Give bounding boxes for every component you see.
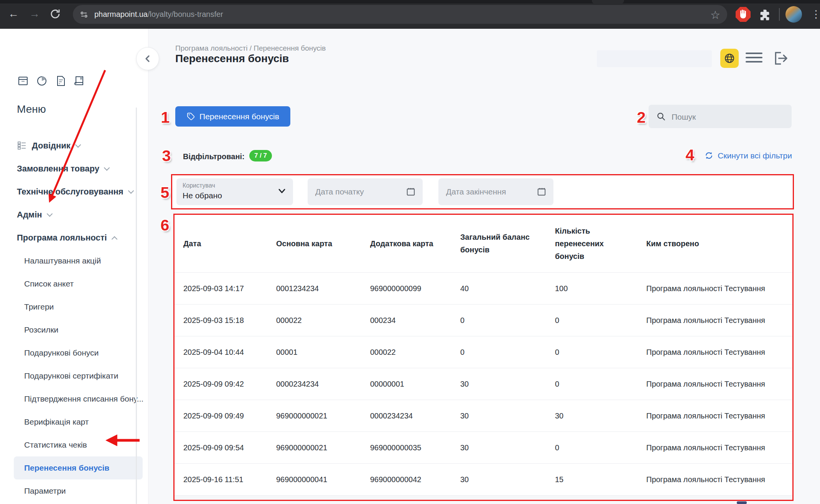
pie-chart-icon[interactable] <box>36 75 48 87</box>
filtered-label: Відфільтровані: <box>183 152 245 161</box>
sidebar-submenu-item[interactable]: Верифікація карт <box>0 410 148 433</box>
table-row[interactable]: 2025-09-16 11:51 969000000041 9690000000… <box>174 463 793 495</box>
calendar-icon <box>537 187 547 197</box>
cell-created-by: Програма лояльності Тестування <box>646 348 793 357</box>
sidebar: Меню Довідник Замовлення товару Технічне… <box>0 29 148 504</box>
cell-date: 2025-09-09 09:49 <box>183 412 276 420</box>
search-icon <box>656 112 666 122</box>
sidebar-submenu-item[interactable]: Подарункові бонуси <box>0 341 148 364</box>
sidebar-submenu-item[interactable]: Налаштування акцій <box>0 249 148 272</box>
sidebar-scrollbar[interactable] <box>136 107 137 504</box>
table-body: 2025-09-03 14:17 0001234234 969000000099… <box>174 272 793 495</box>
reset-filters-label: Скинути всі фільтри <box>718 151 792 160</box>
logout-icon[interactable] <box>772 49 789 67</box>
sidebar-item-dovidnyk[interactable]: Довідник <box>0 134 148 157</box>
profile-avatar[interactable] <box>785 6 802 23</box>
cell-date: 2025-09-03 14:17 <box>183 284 276 293</box>
table-row[interactable]: 2025-09-09 09:54 969000000021 9690000000… <box>174 432 793 463</box>
cell-extra-card: 969000000099 <box>370 284 460 293</box>
sidebar-submenu-item[interactable]: Перенесення бонусів <box>14 456 143 479</box>
cell-created-by: Програма лояльності Тестування <box>646 316 793 325</box>
cell-extra-card: 0000234234 <box>370 412 460 420</box>
archive-box-icon[interactable] <box>17 75 29 87</box>
language-button[interactable] <box>720 49 739 68</box>
tab-strip <box>0 0 820 3</box>
url-host: pharmapoint.ua <box>94 10 148 18</box>
document-icon[interactable] <box>54 75 67 87</box>
cell-extra-card: 969000000042 <box>370 475 460 484</box>
cell-main-card: 0000234234 <box>276 380 370 389</box>
url-text[interactable]: pharmapoint.ua/loyalty/bonus-transfer <box>94 5 223 24</box>
cell-transferred: 0 <box>555 316 646 325</box>
table-row[interactable]: 2025-09-04 10:44 00001 000022 0 0 Програ… <box>174 336 793 368</box>
search-input[interactable] <box>671 105 787 129</box>
search-box <box>649 105 792 128</box>
user-name-redacted-box <box>597 50 712 67</box>
date-to-placeholder: Дата закінчення <box>446 178 506 205</box>
horizontal-scrollbar-thumb[interactable] <box>737 501 747 504</box>
cell-balance: 40 <box>460 284 555 293</box>
table-column-header: Ким створено <box>646 237 793 250</box>
sidebar-item-maintenance[interactable]: Технічне обслуговування <box>0 180 148 203</box>
cell-balance: 0 <box>460 348 555 357</box>
cell-main-card: 0001234234 <box>276 284 370 293</box>
sidebar-item-loyalty[interactable]: Програма лояльності <box>0 226 148 249</box>
bookmark-star-icon[interactable]: ☆ <box>710 8 720 21</box>
table-column-header: Кількість перенесених бонусів <box>555 225 619 263</box>
browser-toolbar: ← → pharmapoint.ua/loyalty/bonus-transfe… <box>0 0 820 29</box>
toolbar-divider <box>779 8 780 21</box>
sidebar-item-site[interactable]: Сайт <box>0 502 148 504</box>
table-row[interactable]: 2025-09-09 09:42 0000234234 00000001 30 … <box>174 368 793 400</box>
reload-icon[interactable] <box>49 8 61 20</box>
sidebar-collapse-button[interactable] <box>136 47 159 70</box>
hand-icon <box>739 10 747 19</box>
bonus-transfer-button-label: Перенесення бонусів <box>199 112 279 121</box>
sidebar-loyalty-submenu: Налаштування акцій Список анкет Тригери … <box>0 249 148 502</box>
cell-date: 2025-09-09 09:42 <box>183 380 276 389</box>
back-icon[interactable]: ← <box>8 8 19 20</box>
bonus-transfer-button[interactable]: Перенесення бонусів <box>175 106 290 127</box>
cell-main-card: 000022 <box>276 316 370 325</box>
sidebar-submenu-item[interactable]: Подарункові сертифікати <box>0 364 148 387</box>
table-row[interactable]: 2025-09-03 14:17 0001234234 969000000099… <box>174 272 793 304</box>
reset-filters-link[interactable]: Скинути всі фільтри <box>704 151 792 160</box>
sidebar-item-admin[interactable]: Адмін <box>0 203 148 226</box>
forward-icon[interactable]: → <box>29 8 40 20</box>
table-row[interactable]: 2025-09-09 09:49 969000000021 0000234234… <box>174 400 793 432</box>
filters-panel: Користувач Не обрано Дата початку <box>173 176 792 208</box>
sidebar-sections: Довідник Замовлення товару Технічне обсл… <box>0 134 148 249</box>
adblock-extension-icon[interactable] <box>736 7 751 22</box>
sidebar-submenu-item[interactable]: Параметри <box>0 479 148 502</box>
table-row[interactable]: 2025-09-03 15:18 000022 000234 0 0 Прогр… <box>174 304 793 336</box>
site-info-icon[interactable] <box>79 10 89 19</box>
url-bar[interactable]: pharmapoint.ua/loyalty/bonus-transfer ☆ <box>73 5 727 24</box>
book-icon[interactable] <box>73 75 86 87</box>
sidebar-submenu-item[interactable]: Підтвердження списання бону... <box>0 387 148 410</box>
list-icon <box>17 140 27 150</box>
sidebar-item-label: Замовлення товару <box>17 164 99 173</box>
sidebar-submenu-item[interactable]: Тригери <box>0 295 148 318</box>
sidebar-submenu-item[interactable]: Список анкет <box>0 272 148 295</box>
browser-menu-icon[interactable]: ⋮ <box>811 8 820 20</box>
cell-created-by: Програма лояльності Тестування <box>646 412 793 420</box>
breadcrumb[interactable]: Програма лояльності / Перенесення бонусі… <box>175 44 326 53</box>
chevron-up-icon <box>111 236 117 242</box>
sidebar-item-label: Програма лояльності <box>17 233 107 242</box>
cell-date: 2025-09-09 09:54 <box>183 443 276 452</box>
cell-extra-card: 969000000035 <box>370 443 460 452</box>
sidebar-item-orders[interactable]: Замовлення товару <box>0 157 148 180</box>
hamburger-menu-icon[interactable] <box>746 53 762 65</box>
date-to-field[interactable]: Дата закінчення <box>438 178 553 205</box>
sidebar-item-label: Довідник <box>32 141 71 150</box>
sidebar-site-section: Сайт <box>0 502 148 504</box>
cell-date: 2025-09-03 15:18 <box>183 316 276 325</box>
user-filter-dropdown[interactable]: Користувач Не обрано <box>176 178 293 205</box>
chevron-left-icon <box>145 55 151 63</box>
extensions-puzzle-icon[interactable] <box>758 8 772 21</box>
chevron-down-icon <box>278 187 286 195</box>
table-column-header: Загальний баланс бонусів <box>460 231 537 256</box>
sidebar-submenu-item[interactable]: Статистика чеків <box>0 433 148 456</box>
sidebar-submenu-item[interactable]: Розсилки <box>0 318 148 341</box>
screen: ← → pharmapoint.ua/loyalty/bonus-transfe… <box>0 0 820 504</box>
date-from-field[interactable]: Дата початку <box>308 178 423 205</box>
